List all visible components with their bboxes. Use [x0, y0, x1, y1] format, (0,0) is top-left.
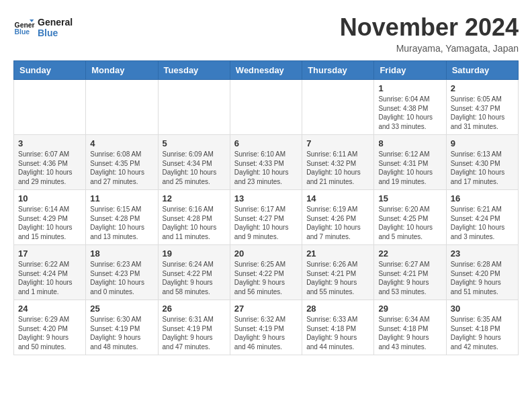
week-row-2: 3Sunrise: 6:07 AM Sunset: 4:36 PM Daylig… — [14, 135, 519, 190]
day-number: 21 — [306, 248, 369, 259]
week-row-1: 1Sunrise: 6:04 AM Sunset: 4:38 PM Daylig… — [14, 80, 519, 135]
day-info: Sunrise: 6:10 AM Sunset: 4:33 PM Dayligh… — [234, 150, 298, 186]
day-info: Sunrise: 6:13 AM Sunset: 4:30 PM Dayligh… — [451, 150, 514, 186]
day-number: 17 — [18, 248, 81, 259]
day-info: Sunrise: 6:30 AM Sunset: 4:19 PM Dayligh… — [90, 315, 153, 351]
day-info: Sunrise: 6:09 AM Sunset: 4:34 PM Dayligh… — [163, 150, 226, 186]
day-number: 15 — [378, 193, 441, 203]
day-number: 25 — [90, 304, 153, 314]
calendar-cell: 20Sunrise: 6:25 AM Sunset: 4:22 PM Dayli… — [230, 245, 302, 300]
day-header-wednesday: Wednesday — [230, 61, 302, 80]
day-header-thursday: Thursday — [302, 61, 374, 80]
day-number: 11 — [90, 193, 153, 203]
day-number: 23 — [451, 248, 514, 259]
calendar-cell — [230, 80, 302, 135]
calendar-cell: 30Sunrise: 6:35 AM Sunset: 4:18 PM Dayli… — [446, 300, 518, 355]
day-info: Sunrise: 6:05 AM Sunset: 4:37 PM Dayligh… — [451, 95, 514, 131]
month-title: November 2024 — [340, 13, 519, 42]
day-info: Sunrise: 6:27 AM Sunset: 4:21 PM Dayligh… — [378, 260, 441, 296]
day-info: Sunrise: 6:16 AM Sunset: 4:28 PM Dayligh… — [163, 205, 226, 241]
day-info: Sunrise: 6:15 AM Sunset: 4:28 PM Dayligh… — [90, 205, 153, 241]
calendar-cell: 23Sunrise: 6:28 AM Sunset: 4:20 PM Dayli… — [446, 245, 518, 300]
day-info: Sunrise: 6:07 AM Sunset: 4:36 PM Dayligh… — [18, 150, 81, 186]
day-info: Sunrise: 6:12 AM Sunset: 4:31 PM Dayligh… — [378, 150, 441, 186]
day-number: 18 — [90, 248, 153, 259]
day-info: Sunrise: 6:19 AM Sunset: 4:26 PM Dayligh… — [306, 205, 369, 241]
day-headers-row: SundayMondayTuesdayWednesdayThursdayFrid… — [14, 61, 519, 80]
calendar-cell: 11Sunrise: 6:15 AM Sunset: 4:28 PM Dayli… — [86, 190, 158, 245]
day-number: 19 — [163, 248, 226, 259]
day-info: Sunrise: 6:24 AM Sunset: 4:22 PM Dayligh… — [163, 260, 226, 296]
day-info: Sunrise: 6:08 AM Sunset: 4:35 PM Dayligh… — [90, 150, 153, 186]
day-header-sunday: Sunday — [14, 61, 86, 80]
day-number: 1 — [378, 83, 441, 93]
day-number: 28 — [306, 304, 369, 314]
calendar-body: 1Sunrise: 6:04 AM Sunset: 4:38 PM Daylig… — [14, 80, 519, 355]
day-number: 2 — [451, 83, 514, 93]
day-number: 24 — [18, 304, 81, 314]
calendar-cell: 17Sunrise: 6:22 AM Sunset: 4:24 PM Dayli… — [14, 245, 86, 300]
day-number: 16 — [451, 193, 514, 203]
day-header-monday: Monday — [86, 61, 158, 80]
calendar-cell — [158, 80, 230, 135]
calendar-cell: 16Sunrise: 6:21 AM Sunset: 4:24 PM Dayli… — [446, 190, 518, 245]
day-info: Sunrise: 6:32 AM Sunset: 4:19 PM Dayligh… — [234, 315, 298, 351]
calendar-cell — [302, 80, 374, 135]
day-number: 26 — [163, 304, 226, 314]
svg-text:General: General — [15, 21, 35, 29]
calendar-cell: 29Sunrise: 6:34 AM Sunset: 4:18 PM Dayli… — [374, 300, 446, 355]
week-row-3: 10Sunrise: 6:14 AM Sunset: 4:29 PM Dayli… — [14, 190, 519, 245]
calendar-cell: 2Sunrise: 6:05 AM Sunset: 4:37 PM Daylig… — [446, 80, 518, 135]
day-info: Sunrise: 6:29 AM Sunset: 4:20 PM Dayligh… — [18, 315, 81, 351]
day-info: Sunrise: 6:28 AM Sunset: 4:20 PM Dayligh… — [451, 260, 514, 296]
day-number: 7 — [306, 138, 369, 148]
calendar-cell: 3Sunrise: 6:07 AM Sunset: 4:36 PM Daylig… — [14, 135, 86, 190]
day-number: 29 — [378, 304, 441, 314]
day-number: 12 — [163, 193, 226, 203]
calendar-cell: 12Sunrise: 6:16 AM Sunset: 4:28 PM Dayli… — [158, 190, 230, 245]
calendar-table: SundayMondayTuesdayWednesdayThursdayFrid… — [13, 60, 519, 355]
day-info: Sunrise: 6:21 AM Sunset: 4:24 PM Dayligh… — [451, 205, 514, 241]
logo-blue: Blue — [38, 28, 73, 38]
day-number: 22 — [378, 248, 441, 259]
logo-general: General — [38, 17, 73, 28]
day-number: 8 — [378, 138, 441, 148]
week-row-5: 24Sunrise: 6:29 AM Sunset: 4:20 PM Dayli… — [14, 300, 519, 355]
day-header-friday: Friday — [374, 61, 446, 80]
day-info: Sunrise: 6:14 AM Sunset: 4:29 PM Dayligh… — [18, 205, 81, 241]
day-info: Sunrise: 6:34 AM Sunset: 4:18 PM Dayligh… — [378, 315, 441, 351]
day-info: Sunrise: 6:33 AM Sunset: 4:18 PM Dayligh… — [306, 315, 369, 351]
calendar-cell: 26Sunrise: 6:31 AM Sunset: 4:19 PM Dayli… — [158, 300, 230, 355]
calendar-cell: 13Sunrise: 6:17 AM Sunset: 4:27 PM Dayli… — [230, 190, 302, 245]
day-info: Sunrise: 6:23 AM Sunset: 4:23 PM Dayligh… — [90, 260, 153, 296]
day-info: Sunrise: 6:04 AM Sunset: 4:38 PM Dayligh… — [378, 95, 441, 131]
day-info: Sunrise: 6:35 AM Sunset: 4:18 PM Dayligh… — [451, 315, 514, 351]
page-header: General Blue General Blue November 2024 … — [13, 13, 519, 54]
day-number: 14 — [306, 193, 369, 203]
day-info: Sunrise: 6:25 AM Sunset: 4:22 PM Dayligh… — [234, 260, 298, 296]
calendar-cell: 15Sunrise: 6:20 AM Sunset: 4:25 PM Dayli… — [374, 190, 446, 245]
calendar-cell: 28Sunrise: 6:33 AM Sunset: 4:18 PM Dayli… — [302, 300, 374, 355]
calendar-cell: 18Sunrise: 6:23 AM Sunset: 4:23 PM Dayli… — [86, 245, 158, 300]
calendar-cell: 24Sunrise: 6:29 AM Sunset: 4:20 PM Dayli… — [14, 300, 86, 355]
day-number: 9 — [451, 138, 514, 148]
logo-icon: General Blue — [13, 17, 35, 38]
day-number: 4 — [90, 138, 153, 148]
day-number: 27 — [234, 304, 298, 314]
calendar-cell: 14Sunrise: 6:19 AM Sunset: 4:26 PM Dayli… — [302, 190, 374, 245]
calendar-cell: 21Sunrise: 6:26 AM Sunset: 4:21 PM Dayli… — [302, 245, 374, 300]
calendar-cell: 1Sunrise: 6:04 AM Sunset: 4:38 PM Daylig… — [374, 80, 446, 135]
day-number: 10 — [18, 193, 81, 203]
day-number: 3 — [18, 138, 81, 148]
calendar-cell: 10Sunrise: 6:14 AM Sunset: 4:29 PM Dayli… — [14, 190, 86, 245]
day-info: Sunrise: 6:20 AM Sunset: 4:25 PM Dayligh… — [378, 205, 441, 241]
day-number: 5 — [163, 138, 226, 148]
day-header-tuesday: Tuesday — [158, 61, 230, 80]
day-number: 6 — [234, 138, 298, 148]
title-block: November 2024 Murayama, Yamagata, Japan — [340, 13, 519, 54]
calendar-cell: 25Sunrise: 6:30 AM Sunset: 4:19 PM Dayli… — [86, 300, 158, 355]
calendar-cell: 22Sunrise: 6:27 AM Sunset: 4:21 PM Dayli… — [374, 245, 446, 300]
day-header-saturday: Saturday — [446, 61, 518, 80]
calendar-cell: 4Sunrise: 6:08 AM Sunset: 4:35 PM Daylig… — [86, 135, 158, 190]
day-info: Sunrise: 6:11 AM Sunset: 4:32 PM Dayligh… — [306, 150, 369, 186]
